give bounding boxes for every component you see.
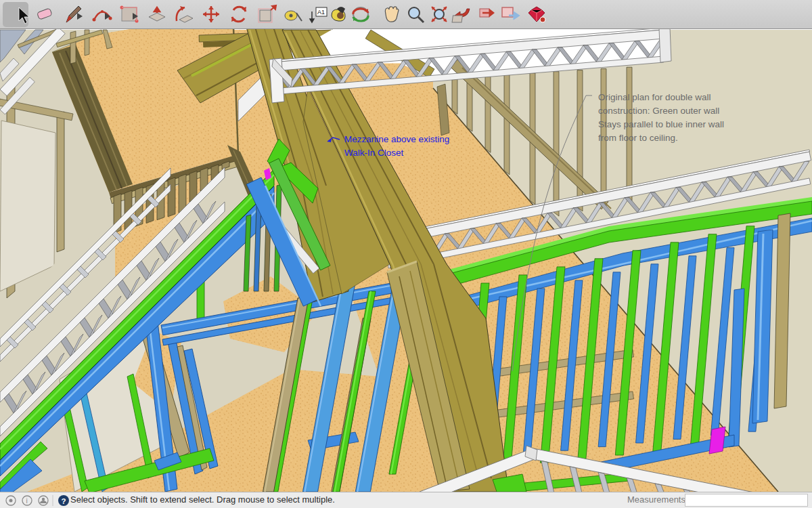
svg-text:i: i <box>26 497 28 505</box>
svg-text:?: ? <box>62 497 66 505</box>
svg-text:Original plan for double wall: Original plan for double wall <box>598 92 711 102</box>
svg-text:Stays parallel to blue inner w: Stays parallel to blue inner wall <box>598 119 724 129</box>
svg-text:construction: Green outer wall: construction: Green outer wall <box>598 106 719 116</box>
svg-text:Walk-In Closet: Walk-In Closet <box>344 148 404 158</box>
svg-text:A1: A1 <box>317 9 325 16</box>
svg-text:Mezzanine above existing: Mezzanine above existing <box>344 134 449 144</box>
svg-text:from floor to ceiling.: from floor to ceiling. <box>598 133 678 143</box>
